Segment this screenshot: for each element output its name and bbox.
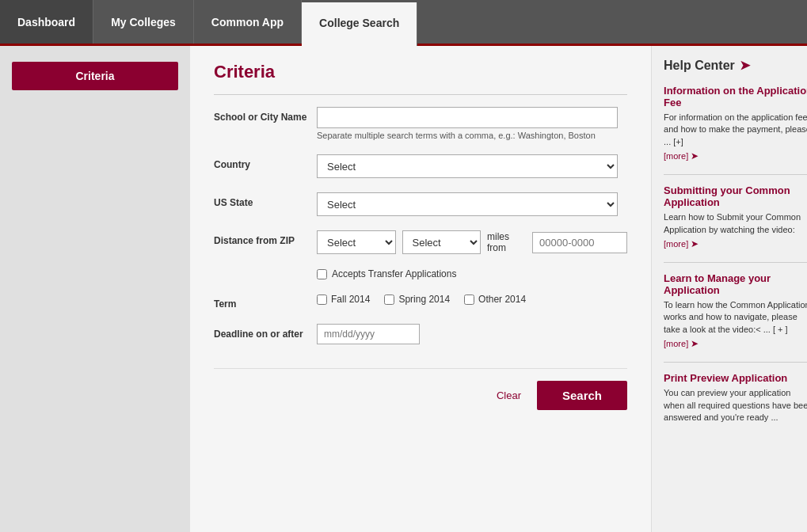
deadline-wrap: [317, 324, 627, 344]
page-title: Criteria: [214, 62, 627, 95]
help-item-3: Print Preview Application You can previe…: [664, 372, 807, 424]
us-state-select[interactable]: Select: [317, 192, 618, 216]
help-item-1-more-arrow-icon: ➤: [691, 238, 699, 249]
help-divider-0: [664, 174, 807, 175]
main-layout: Criteria Criteria School or City Name Se…: [0, 46, 807, 532]
country-select[interactable]: Select: [317, 154, 618, 178]
help-item-2: Learn to Manage your Application To lear…: [664, 272, 807, 349]
distance-label: Distance from ZIP: [214, 230, 317, 246]
other-2014-option: Other 2014: [464, 294, 526, 305]
help-item-0-more-arrow-icon: ➤: [691, 150, 699, 162]
deadline-input[interactable]: [317, 324, 420, 344]
form-actions: Clear Search: [214, 368, 627, 410]
fall-2014-option: Fall 2014: [317, 294, 370, 305]
college-search-nav-button[interactable]: College Search: [302, 2, 417, 46]
help-item-2-text: To learn how the Common Application work…: [664, 299, 807, 336]
us-state-label: US State: [214, 192, 317, 208]
school-city-wrap: Separate multiple search terms with a co…: [317, 107, 627, 140]
my-colleges-nav-button[interactable]: My Colleges: [93, 0, 194, 44]
fall-2014-checkbox[interactable]: [317, 294, 327, 305]
spring-2014-checkbox[interactable]: [384, 294, 394, 305]
help-center-title: Help Center ➤: [664, 58, 807, 73]
school-city-group: School or City Name Separate multiple se…: [214, 107, 627, 140]
distance-miles-label: miles from: [487, 231, 526, 253]
help-item-0-more-link[interactable]: [more] ➤: [664, 150, 807, 162]
deadline-group: Deadline on or after: [214, 324, 627, 344]
common-app-nav-button[interactable]: Common App: [194, 0, 302, 44]
right-panel: Help Center ➤ Information on the Applica…: [651, 46, 807, 532]
content-area: Criteria School or City Name Separate mu…: [190, 46, 651, 532]
top-navigation: Dashboard My Colleges Common App College…: [0, 0, 807, 46]
school-city-hint: Separate multiple search terms with a co…: [317, 131, 627, 140]
term-wrap: Fall 2014 Spring 2014 Other 2014: [317, 294, 627, 305]
help-item-2-more-arrow-icon: ➤: [691, 338, 699, 349]
help-item-3-title: Print Preview Application: [664, 372, 807, 384]
help-item-0-more-text: ... [+]: [664, 136, 807, 148]
spring-2014-label: Spring 2014: [398, 294, 450, 305]
help-item-2-title: Learn to Manage your Application: [664, 272, 807, 296]
help-item-1-title: Submitting your Common Application: [664, 184, 807, 208]
help-item-0-title: Information on the Application Fee: [664, 85, 807, 108]
transfer-label: Accepts Transfer Applications: [332, 268, 456, 279]
distance-unit-select[interactable]: Select: [402, 230, 482, 254]
transfer-checkbox-group: Accepts Transfer Applications: [317, 268, 627, 279]
transfer-checkbox[interactable]: [317, 269, 327, 279]
help-item-1-more-link[interactable]: [more] ➤: [664, 238, 807, 249]
help-item-0: Information on the Application Fee For i…: [664, 85, 807, 162]
us-state-group: US State Select: [214, 192, 627, 216]
help-item-3-text: You can preview your application when al…: [664, 387, 807, 424]
criteria-sidebar-button[interactable]: Criteria: [12, 62, 178, 90]
clear-button[interactable]: Clear: [497, 390, 521, 401]
help-divider-2: [664, 362, 807, 363]
school-city-input[interactable]: [317, 107, 618, 128]
country-group: Country Select: [214, 154, 627, 178]
term-label: Term: [214, 294, 317, 310]
fall-2014-label: Fall 2014: [331, 294, 370, 305]
help-divider-1: [664, 262, 807, 263]
help-item-0-text: For information on the application fee a…: [664, 112, 807, 136]
help-item-1-text: Learn how to Submit your Common Applicat…: [664, 211, 807, 236]
help-arrow-icon: ➤: [740, 58, 750, 73]
spring-2014-option: Spring 2014: [384, 294, 450, 305]
country-wrap: Select: [317, 154, 627, 178]
term-options: Fall 2014 Spring 2014 Other 2014: [317, 294, 627, 305]
us-state-wrap: Select: [317, 192, 627, 216]
distance-zip-input[interactable]: [532, 232, 627, 253]
sidebar: Criteria: [0, 46, 190, 532]
help-item-1: Submitting your Common Application Learn…: [664, 184, 807, 249]
distance-amount-select[interactable]: Select: [317, 230, 396, 254]
dashboard-nav-button[interactable]: Dashboard: [0, 0, 93, 44]
help-item-2-more-link[interactable]: [more] ➤: [664, 338, 807, 349]
search-button[interactable]: Search: [537, 381, 627, 410]
distance-row: Select Select miles from: [317, 230, 627, 254]
other-2014-label: Other 2014: [478, 294, 526, 305]
school-city-label: School or City Name: [214, 107, 317, 123]
deadline-label: Deadline on or after: [214, 324, 317, 340]
distance-wrap: Select Select miles from: [317, 230, 627, 254]
country-label: Country: [214, 154, 317, 170]
term-group: Term Fall 2014 Spring 2014 Other 2014: [214, 294, 627, 310]
distance-group: Distance from ZIP Select Select miles fr…: [214, 230, 627, 254]
other-2014-checkbox[interactable]: [464, 294, 474, 305]
